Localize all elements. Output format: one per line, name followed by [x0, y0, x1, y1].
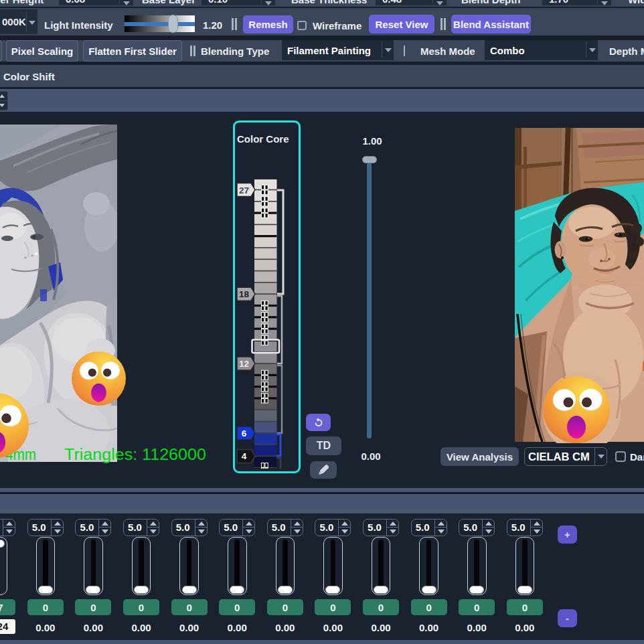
svg-text:18: 18 [239, 289, 250, 299]
svg-text:27: 27 [239, 185, 249, 195]
svg-text:12: 12 [239, 359, 249, 369]
svg-text:4: 4 [242, 451, 247, 461]
svg-text:6: 6 [242, 428, 247, 438]
